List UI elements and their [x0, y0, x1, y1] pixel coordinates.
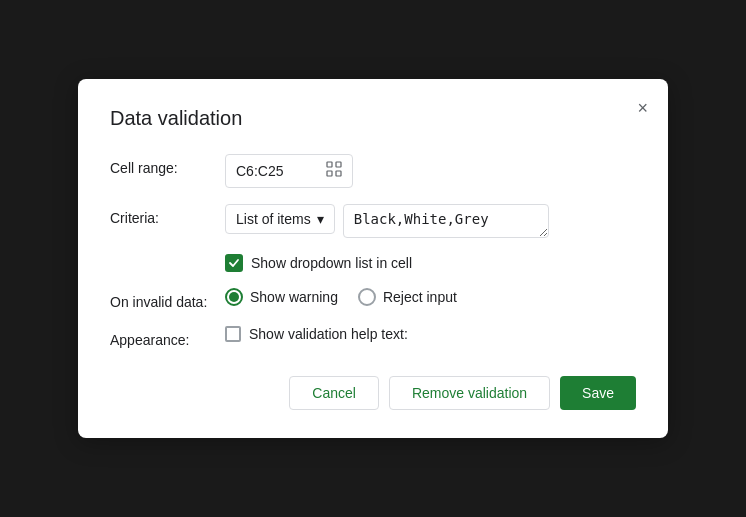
- svg-rect-3: [336, 171, 341, 176]
- appearance-checkbox-label: Show validation help text:: [249, 326, 408, 342]
- appearance-label: Appearance:: [110, 326, 225, 348]
- reject-input-option[interactable]: Reject input: [358, 288, 457, 306]
- show-warning-radio[interactable]: [225, 288, 243, 306]
- show-warning-label: Show warning: [250, 289, 338, 305]
- appearance-checkbox-wrapper: Show validation help text:: [225, 326, 408, 342]
- button-row: Cancel Remove validation Save: [110, 376, 636, 410]
- cell-range-label: Cell range:: [110, 154, 225, 176]
- cell-range-input[interactable]: [236, 163, 316, 179]
- on-invalid-data-label: On invalid data:: [110, 288, 225, 310]
- chevron-down-icon: ▾: [317, 211, 324, 227]
- on-invalid-data-row: On invalid data: Show warning Reject inp…: [110, 288, 636, 310]
- svg-rect-1: [336, 162, 341, 167]
- grid-icon[interactable]: [326, 161, 342, 181]
- show-dropdown-checkbox[interactable]: [225, 254, 243, 272]
- close-button[interactable]: ×: [633, 95, 652, 121]
- svg-rect-2: [327, 171, 332, 176]
- criteria-inputs: List of items ▾: [225, 204, 549, 238]
- data-validation-dialog: Data validation × Cell range: Criteria: …: [78, 79, 668, 438]
- show-dropdown-label: Show dropdown list in cell: [251, 255, 412, 271]
- svg-rect-0: [327, 162, 332, 167]
- criteria-label: Criteria:: [110, 204, 225, 226]
- appearance-checkbox[interactable]: [225, 326, 241, 342]
- show-warning-radio-inner: [229, 292, 239, 302]
- criteria-row: Criteria: List of items ▾: [110, 204, 636, 238]
- radio-group: Show warning Reject input: [225, 288, 457, 306]
- cancel-button[interactable]: Cancel: [289, 376, 379, 410]
- save-button[interactable]: Save: [560, 376, 636, 410]
- cell-range-row: Cell range:: [110, 154, 636, 188]
- reject-input-radio[interactable]: [358, 288, 376, 306]
- remove-validation-button[interactable]: Remove validation: [389, 376, 550, 410]
- show-dropdown-row: Show dropdown list in cell: [225, 254, 636, 272]
- appearance-row: Appearance: Show validation help text:: [110, 326, 636, 348]
- criteria-dropdown-label: List of items: [236, 211, 311, 227]
- criteria-textarea[interactable]: [343, 204, 549, 238]
- cell-range-input-wrapper: [225, 154, 353, 188]
- reject-input-label: Reject input: [383, 289, 457, 305]
- show-warning-option[interactable]: Show warning: [225, 288, 338, 306]
- dialog-title: Data validation: [110, 107, 636, 130]
- criteria-dropdown[interactable]: List of items ▾: [225, 204, 335, 234]
